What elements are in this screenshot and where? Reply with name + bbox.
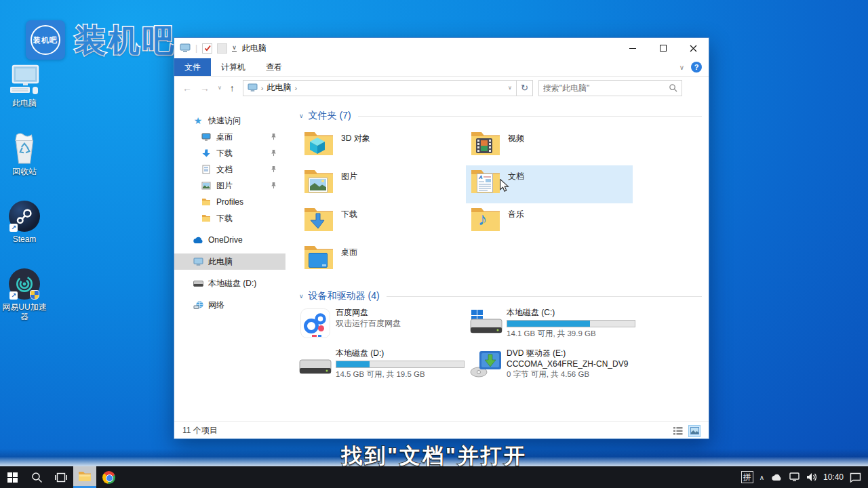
taskbar: 拼 ∧ 10:40: [0, 466, 868, 488]
large-icons-view-button[interactable]: [688, 425, 701, 437]
ime-indicator[interactable]: 拼: [741, 471, 753, 483]
search-box[interactable]: [538, 80, 682, 96]
forward-button[interactable]: →: [200, 83, 210, 94]
folders-grid: 3D 对象 视频 图片: [299, 127, 702, 279]
sidebar-item-profiles[interactable]: Profiles: [174, 194, 285, 210]
folder-tile-music[interactable]: ♪ 音乐: [466, 203, 633, 241]
desktop-icon-steam[interactable]: ↗ Steam: [0, 201, 49, 244]
breadcrumb-separator[interactable]: ›: [295, 84, 298, 92]
sidebar-item-pictures[interactable]: 图片: [174, 178, 285, 194]
breadcrumb-this-pc[interactable]: 此电脑: [267, 82, 292, 94]
pin-icon: [270, 133, 277, 142]
search-input[interactable]: [543, 83, 669, 93]
device-tile-baidu-netdisk[interactable]: 百度网盘 双击运行百度网盘: [299, 308, 470, 347]
details-view-button[interactable]: [672, 425, 684, 437]
ribbon-collapse-chevron-icon[interactable]: ∨: [679, 64, 684, 71]
file-explorer-window: | ∨ 此电脑 文件 计算机 查看: [174, 37, 709, 439]
recent-locations-chevron[interactable]: ∨: [218, 85, 222, 91]
zhuangjiba-logo-icon: 装机吧: [26, 20, 65, 60]
network-tray-icon[interactable]: [789, 472, 800, 482]
folder-tile-downloads[interactable]: 下载: [299, 203, 466, 241]
file-list-pane: ∨ 文件夹 (7) 3D 对象: [285, 99, 709, 421]
drive-icon: [193, 278, 203, 289]
mouse-cursor: [498, 179, 511, 192]
taskbar-file-explorer-button[interactable]: [73, 466, 96, 488]
taskbar-search-button[interactable]: [24, 466, 49, 488]
device-tile-local-disk-c[interactable]: 本地磁盘 (C:) 14.1 GB 可用, 共 39.9 GB: [470, 308, 701, 347]
close-button[interactable]: [678, 38, 709, 58]
new-folder-button[interactable]: [217, 43, 227, 54]
document-icon: [201, 164, 212, 175]
address-bar[interactable]: › 此电脑 › ∨: [243, 80, 517, 96]
file-explorer-icon: [78, 471, 92, 482]
sidebar-item-quick-access[interactable]: ★ 快速访问: [174, 113, 285, 129]
action-center-icon[interactable]: [850, 472, 861, 483]
folder-icon: [201, 213, 212, 224]
computer-icon: [193, 256, 203, 267]
sidebar-item-network[interactable]: 网络: [174, 297, 285, 313]
sidebar-item-local-disk-d[interactable]: 本地磁盘 (D:): [174, 275, 285, 291]
back-button[interactable]: ←: [182, 83, 192, 94]
help-icon[interactable]: ?: [691, 62, 702, 73]
folder-tile-videos[interactable]: 视频: [466, 127, 633, 165]
desktop-icon-label: 网易UU加速器: [0, 302, 49, 321]
status-bar: 11 个项目: [174, 421, 709, 440]
titlebar[interactable]: | ∨ 此电脑: [174, 38, 709, 58]
desktop-icon-label: 此电脑: [0, 98, 49, 108]
logo-title: 装机吧: [75, 20, 176, 60]
folder-videos-icon: [470, 130, 501, 157]
tab-computer[interactable]: 计算机: [211, 58, 256, 76]
folder-tile-desktop[interactable]: 桌面: [299, 241, 466, 279]
sidebar-item-documents[interactable]: 文档: [174, 161, 285, 178]
sidebar-item-this-pc[interactable]: 此电脑: [174, 253, 285, 270]
devices-group-header[interactable]: ∨ 设备和驱动器 (4): [299, 290, 702, 302]
tab-view[interactable]: 查看: [256, 58, 292, 76]
desktop-icon-label: 回收站: [0, 167, 49, 176]
customize-toolbar-dropdown[interactable]: ∨: [232, 45, 237, 52]
dvd-drive-icon: [470, 348, 502, 380]
task-view-button[interactable]: [49, 466, 73, 488]
up-button[interactable]: ↑: [230, 83, 235, 94]
clock[interactable]: 10:40: [823, 472, 844, 482]
capacity-fill: [507, 321, 590, 327]
window-title: 此电脑: [242, 43, 267, 54]
folder-tile-pictures[interactable]: 图片: [299, 165, 466, 203]
tab-file[interactable]: 文件: [174, 58, 211, 76]
desktop-icon-netease-uu[interactable]: ↗ 网易UU加速器: [0, 268, 49, 321]
minimize-button[interactable]: [617, 38, 648, 58]
music-note-icon: ♪: [478, 209, 488, 230]
desktop-icon-this-pc[interactable]: 此电脑: [0, 64, 49, 108]
hidden-icons-chevron[interactable]: ∧: [760, 474, 764, 481]
taskbar-chrome-button[interactable]: [96, 466, 121, 488]
sidebar-item-desktop[interactable]: 桌面: [174, 129, 285, 145]
maximize-button[interactable]: [648, 38, 678, 58]
capacity-bar: [507, 320, 635, 327]
address-dropdown-chevron[interactable]: ∨: [508, 85, 512, 91]
pin-icon: [270, 182, 277, 191]
folders-group-header[interactable]: ∨ 文件夹 (7): [299, 110, 702, 122]
folder-3d-objects-icon: [303, 130, 334, 157]
shortcut-arrow-icon: ↗: [9, 224, 18, 232]
device-tile-local-disk-d[interactable]: 本地磁盘 (D:) 14.5 GB 可用, 共 19.5 GB: [299, 348, 470, 388]
sidebar-item-downloads-folder[interactable]: 下载: [174, 210, 285, 226]
start-button[interactable]: [0, 466, 24, 488]
refresh-button[interactable]: ↻: [517, 80, 533, 96]
desktop-icon-recycle-bin[interactable]: 回收站: [0, 133, 49, 176]
collapse-chevron-icon: ∨: [299, 293, 304, 300]
devices-grid: 百度网盘 双击运行百度网盘: [299, 308, 702, 388]
navigation-bar: ← → ∨ ↑ › 此电脑 › ∨ ↻: [174, 77, 709, 99]
sidebar-item-onedrive[interactable]: OneDrive: [174, 232, 285, 248]
zhuangjiba-brand: 装机吧 装机吧: [26, 20, 176, 60]
volume-tray-icon[interactable]: [806, 472, 817, 482]
device-tile-dvd-drive-e[interactable]: DVD 驱动器 (E:) CCCOMA_X64FRE_ZH-CN_DV9 0 字…: [470, 348, 701, 388]
folder-tile-documents[interactable]: A 文档: [466, 165, 633, 203]
folder-desktop-icon: [303, 244, 334, 271]
sidebar-item-downloads[interactable]: 下载: [174, 145, 285, 161]
folder-icon: [201, 197, 212, 207]
computer-icon: [180, 43, 191, 53]
shortcut-arrow-icon: ↗: [9, 291, 18, 300]
folder-tile-3d-objects[interactable]: 3D 对象: [299, 127, 466, 165]
onedrive-tray-icon[interactable]: [770, 474, 783, 481]
properties-button[interactable]: [202, 43, 212, 54]
capacity-fill: [336, 361, 370, 367]
